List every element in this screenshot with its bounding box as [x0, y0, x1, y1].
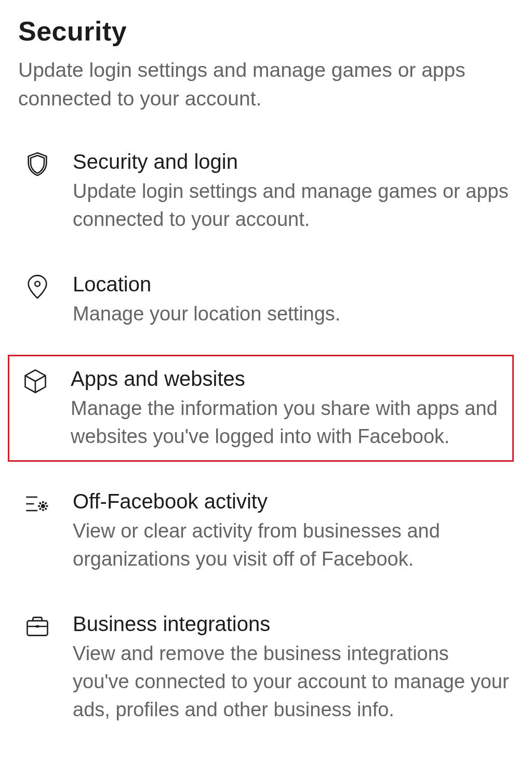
- activity-gear-icon: [22, 488, 53, 517]
- setting-business-integrations[interactable]: Business integrations View and remove th…: [18, 600, 514, 735]
- cube-icon: [20, 366, 51, 395]
- svg-line-10: [45, 508, 47, 510]
- svg-line-9: [39, 503, 41, 504]
- setting-item-title: Location: [73, 271, 510, 297]
- setting-item-description: Update login settings and manage games o…: [73, 178, 510, 234]
- setting-off-facebook-activity[interactable]: Off-Facebook activity View or clear acti…: [18, 477, 514, 584]
- setting-text: Apps and websites Manage the information…: [71, 366, 507, 451]
- setting-apps-websites[interactable]: Apps and websites Manage the information…: [8, 355, 514, 462]
- svg-rect-13: [28, 621, 48, 635]
- setting-text: Off-Facebook activity View or clear acti…: [73, 488, 510, 573]
- svg-line-11: [39, 508, 41, 510]
- svg-rect-15: [36, 625, 39, 627]
- svg-point-4: [41, 504, 45, 508]
- briefcase-icon: [22, 611, 53, 640]
- settings-list: Security and login Update login settings…: [18, 138, 514, 751]
- setting-item-title: Off-Facebook activity: [73, 488, 510, 514]
- setting-text: Location Manage your location settings.: [73, 271, 510, 328]
- setting-location[interactable]: Location Manage your location settings.: [18, 260, 514, 339]
- setting-item-description: View or clear activity from businesses a…: [73, 517, 510, 573]
- location-pin-icon: [22, 271, 53, 300]
- svg-line-12: [45, 503, 47, 504]
- setting-item-description: View and remove the business integration…: [73, 640, 510, 724]
- setting-security-login[interactable]: Security and login Update login settings…: [18, 138, 514, 245]
- setting-item-title: Business integrations: [73, 611, 510, 637]
- setting-item-title: Apps and websites: [71, 366, 507, 392]
- section-subtitle: Update login settings and manage games o…: [18, 56, 514, 113]
- setting-item-description: Manage your location settings.: [73, 300, 510, 328]
- svg-point-0: [35, 282, 40, 287]
- setting-text: Security and login Update login settings…: [73, 149, 510, 234]
- setting-text: Business integrations View and remove th…: [73, 611, 510, 724]
- shield-icon: [22, 149, 53, 178]
- setting-item-title: Security and login: [73, 149, 510, 175]
- section-title: Security: [18, 16, 514, 47]
- setting-item-description: Manage the information you share with ap…: [71, 395, 507, 451]
